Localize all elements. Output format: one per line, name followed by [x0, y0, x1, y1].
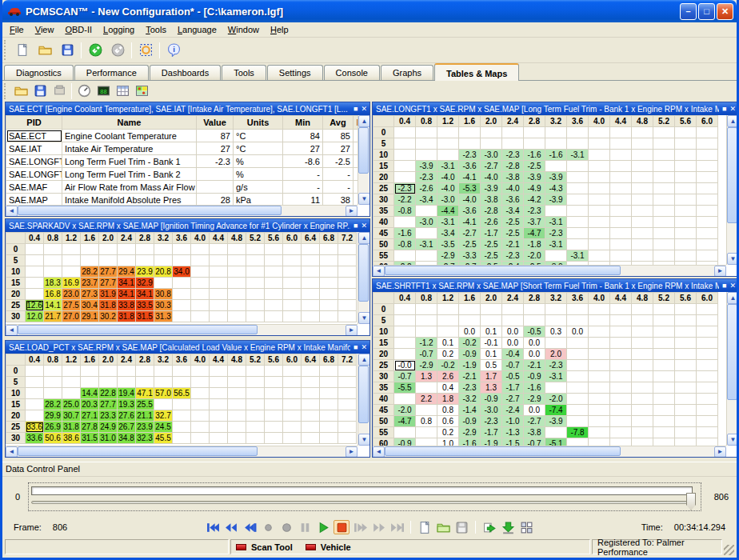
map-cell[interactable] [589, 382, 610, 394]
map-cell[interactable] [265, 255, 283, 266]
map-cell[interactable]: 34.8 [118, 433, 136, 444]
map-cell[interactable] [416, 438, 437, 446]
map-cell[interactable] [338, 278, 357, 289]
map-cell[interactable] [675, 194, 697, 206]
map-cell[interactable]: -1.8 [524, 239, 545, 250]
map-cell[interactable] [567, 206, 589, 217]
map-cell[interactable] [210, 388, 228, 399]
map-cell[interactable] [320, 311, 338, 322]
map-cell[interactable] [632, 326, 653, 338]
map-cell[interactable]: -3.1 [416, 239, 437, 250]
map-cell[interactable] [173, 289, 191, 300]
map-cell[interactable] [437, 315, 459, 326]
pid-value-cell[interactable]: Long Term Fuel Trim - Bank 1 [62, 155, 197, 168]
map-cell[interactable]: -3.0 [416, 217, 437, 228]
map-cell[interactable] [545, 127, 567, 138]
map-cell[interactable]: 26.7 [118, 422, 136, 433]
map-cell[interactable] [394, 349, 416, 360]
map-cell[interactable] [524, 138, 545, 150]
map-cell[interactable] [653, 371, 675, 382]
map-cell[interactable] [228, 255, 246, 266]
map-cell[interactable] [675, 382, 697, 394]
map-cell[interactable] [589, 239, 610, 250]
map-cell[interactable]: 1.8 [437, 394, 459, 405]
map-cell[interactable]: 0.0 [502, 338, 524, 349]
panel-restore-icon[interactable]: ■ [722, 105, 726, 113]
map-cell[interactable] [567, 416, 589, 427]
table-view-icon[interactable] [113, 82, 132, 99]
map-cell[interactable] [302, 289, 320, 300]
tab-dashboards[interactable]: Dashboards [150, 65, 221, 80]
map-cell[interactable] [610, 405, 632, 416]
pid-value-cell[interactable]: kPa [234, 194, 283, 206]
map-cell[interactable] [545, 427, 567, 438]
map-cell[interactable] [632, 416, 653, 427]
map-cell[interactable]: 1.3 [481, 382, 502, 394]
map-cell[interactable] [44, 366, 62, 377]
map-cell[interactable] [228, 422, 246, 433]
scroll-down-icon[interactable]: ▼ [358, 312, 370, 324]
map-cell[interactable] [567, 228, 589, 239]
map-cell[interactable]: 28.2 [44, 399, 62, 410]
map-cell[interactable]: -0.5 [502, 371, 524, 382]
map-cell[interactable] [191, 422, 210, 433]
map-cell[interactable]: 50.6 [44, 433, 62, 444]
pid-column-header[interactable]: Name [62, 116, 197, 130]
pid-cell[interactable]: SAE.MAP [6, 194, 62, 206]
map-cell[interactable] [44, 377, 62, 388]
map-cell[interactable] [653, 304, 675, 315]
map-cell[interactable] [632, 172, 653, 183]
map-cell[interactable] [653, 405, 675, 416]
map-cell[interactable] [610, 217, 632, 228]
scroll-thumb[interactable] [358, 127, 369, 174]
map-cell[interactable] [44, 388, 62, 399]
map-cell[interactable] [610, 228, 632, 239]
tab-performance[interactable]: Performance [74, 65, 149, 80]
map-cell[interactable]: 32.3 [136, 433, 154, 444]
map-cell[interactable] [697, 138, 718, 150]
map-cell[interactable]: -0.7 [416, 349, 437, 360]
frame-slider[interactable] [28, 482, 701, 511]
export-log-button[interactable] [481, 520, 497, 534]
map-cell[interactable]: -2.3 [502, 150, 524, 161]
map-cell[interactable] [210, 278, 228, 289]
map-cell[interactable]: 16.8 [44, 289, 62, 300]
map-cell[interactable] [653, 239, 675, 250]
pid-value-cell[interactable]: 85 [323, 130, 354, 142]
map-cell[interactable] [246, 311, 265, 322]
map-cell[interactable] [228, 289, 246, 300]
map-cell[interactable] [545, 250, 567, 262]
pid-value-cell[interactable]: g/s [234, 181, 283, 194]
map-cell[interactable]: -3.9 [545, 172, 567, 183]
map-cell[interactable]: 12.0 [26, 311, 44, 322]
map-cell[interactable]: 2.2 [416, 394, 437, 405]
map-cell[interactable] [302, 399, 320, 410]
map-cell[interactable] [697, 416, 718, 427]
map-cell[interactable] [675, 127, 697, 138]
map-cell[interactable]: 26.9 [44, 422, 62, 433]
map-cell[interactable]: -5.5 [394, 382, 416, 394]
map-cell[interactable] [302, 410, 320, 422]
map-cell[interactable] [246, 410, 265, 422]
slider-track-filled[interactable] [31, 486, 693, 495]
map-cell[interactable]: 34.1 [118, 289, 136, 300]
map-cell[interactable] [610, 438, 632, 446]
map-cell[interactable] [265, 289, 283, 300]
map-cell[interactable]: -2.8 [481, 206, 502, 217]
map-cell[interactable]: -4.1 [459, 217, 481, 228]
map-cell[interactable] [394, 250, 416, 262]
map-cell[interactable]: -0.9 [481, 394, 502, 405]
save-icon[interactable] [56, 40, 78, 61]
map-cell[interactable]: -2.3 [459, 382, 481, 394]
map-cell[interactable]: 22.8 [99, 388, 118, 399]
pid-cell[interactable]: SAE.IAT [6, 142, 62, 155]
map-cell[interactable] [265, 410, 283, 422]
map-cell[interactable] [283, 422, 302, 433]
map-cell[interactable]: -2.5 [459, 239, 481, 250]
map-cell[interactable] [675, 371, 697, 382]
pid-value-cell[interactable]: °C [234, 142, 283, 155]
map-cell[interactable] [394, 394, 416, 405]
map-cell[interactable] [173, 410, 191, 422]
map-cell[interactable] [653, 438, 675, 446]
map-cell[interactable]: -1.6 [459, 438, 481, 446]
